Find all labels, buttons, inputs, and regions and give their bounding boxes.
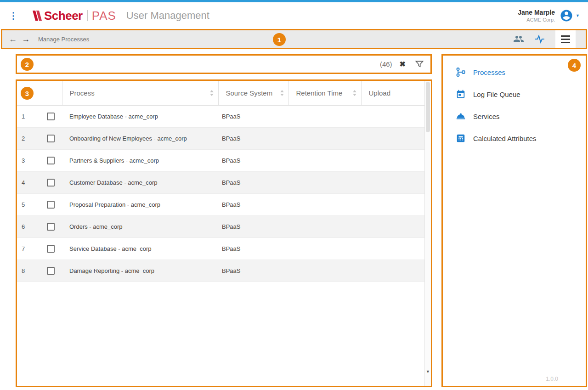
- column-label: Upload: [369, 89, 391, 97]
- row-number: 4: [22, 179, 25, 186]
- app-header: ⋮ Scheer PAS User Management Jane Marple…: [0, 2, 588, 29]
- upload-cell: [361, 237, 424, 260]
- process-cell: Orders - acme_corp: [62, 215, 218, 237]
- sidebar-item-log-file-queue[interactable]: Log File Queue: [443, 83, 586, 105]
- retention-time-cell: [288, 215, 361, 237]
- row-checkbox[interactable]: [47, 135, 55, 142]
- scheer-logo-mark-icon: [32, 10, 42, 22]
- table-row[interactable]: 2 Onboarding of New Employees - acme_cor…: [17, 127, 424, 149]
- row-number: 8: [22, 267, 25, 274]
- scroll-down-arrow-icon[interactable]: ▼: [425, 369, 431, 374]
- header-retention-time-column[interactable]: Retention Time: [288, 81, 361, 105]
- row-checkbox[interactable]: [47, 179, 55, 187]
- retention-time-cell: [288, 127, 361, 149]
- log-file-queue-icon: [456, 89, 466, 99]
- retention-time-cell: [288, 193, 361, 215]
- annotation-badge-1: 1: [273, 33, 286, 46]
- row-number: 2: [22, 135, 25, 142]
- row-checkbox[interactable]: [47, 201, 55, 209]
- user-menu-caret-icon[interactable]: ▼: [576, 13, 580, 18]
- table-row[interactable]: 5 Proposal Preparation - acme_corp BPaaS: [17, 193, 424, 215]
- process-cell: Damage Reporting - acme_corp: [62, 260, 218, 282]
- upload-cell: [361, 127, 424, 149]
- page: ⋮ Scheer PAS User Management Jane Marple…: [0, 0, 588, 390]
- sort-icon[interactable]: [210, 90, 214, 96]
- header-process-column[interactable]: Process: [62, 81, 218, 105]
- table-scrollbar[interactable]: ▼: [424, 81, 431, 386]
- upload-cell: [361, 215, 424, 237]
- column-label: Process: [70, 89, 95, 97]
- brand-divider: [87, 10, 88, 21]
- upload-cell: [361, 193, 424, 215]
- source-system-cell: BPaaS: [218, 193, 288, 215]
- scrollbar-thumb[interactable]: [426, 82, 430, 132]
- menu-dots-icon[interactable]: ⋮: [9, 13, 18, 18]
- row-number: 3: [22, 157, 25, 164]
- back-arrow-icon[interactable]: ←: [9, 35, 17, 43]
- annotation-badge-4: 4: [568, 59, 581, 72]
- upload-cell: [361, 149, 424, 171]
- source-system-cell: BPaaS: [218, 105, 288, 127]
- sort-icon[interactable]: [353, 90, 356, 96]
- sidebar-item-services[interactable]: Services: [443, 105, 586, 127]
- clear-filter-icon[interactable]: ✖: [400, 61, 406, 68]
- users-group-icon[interactable]: [513, 34, 524, 45]
- sidebar-item-processes[interactable]: Processes: [443, 61, 586, 83]
- annotation-badge-3: 3: [21, 87, 34, 100]
- retention-time-cell: [288, 149, 361, 171]
- retention-time-cell: [288, 171, 361, 193]
- row-checkbox[interactable]: [47, 245, 55, 253]
- column-label: Source System: [226, 89, 273, 97]
- filter-input[interactable]: [17, 56, 380, 73]
- process-table: Process Source System Retention Time: [17, 81, 424, 282]
- row-checkbox[interactable]: [47, 223, 55, 231]
- processes-icon: [456, 67, 466, 77]
- source-system-cell: BPaaS: [218, 260, 288, 282]
- page-title: User Management: [126, 10, 209, 22]
- table-row[interactable]: 1 Employee Database - acme_corp BPaaS: [17, 105, 424, 127]
- source-system-cell: BPaaS: [218, 171, 288, 193]
- sidebar-item-calculated-attributes[interactable]: Calculated Attributes: [443, 127, 586, 149]
- hamburger-menu-button[interactable]: [555, 30, 576, 48]
- process-cell: Service Database - acme_corp: [62, 237, 218, 260]
- process-table-panel: Process Source System Retention Time: [16, 79, 432, 387]
- table-row[interactable]: 4 Customer Database - acme_corp BPaaS: [17, 171, 424, 193]
- source-system-cell: BPaaS: [218, 237, 288, 260]
- process-cell: Customer Database - acme_corp: [62, 171, 218, 193]
- breadcrumb: Manage Processes: [38, 36, 89, 43]
- annotation-badge-2: 2: [21, 58, 34, 71]
- user-block: Jane Marple ACME Corp. ▼: [518, 9, 580, 23]
- calculated-attributes-icon: [456, 133, 466, 143]
- side-nav: Processes Log File Queue Services Calcul…: [443, 56, 586, 149]
- row-checkbox[interactable]: [47, 267, 55, 275]
- user-name: Jane Marple: [518, 9, 555, 16]
- retention-time-cell: [288, 105, 361, 127]
- row-checkbox[interactable]: [47, 113, 55, 120]
- result-count: (46): [380, 60, 392, 68]
- forward-arrow-icon[interactable]: →: [22, 35, 30, 43]
- process-cell: Proposal Preparation - acme_corp: [62, 193, 218, 215]
- table-row[interactable]: 7 Service Database - acme_corp BPaaS: [17, 237, 424, 260]
- sort-icon[interactable]: [280, 90, 284, 96]
- row-number: 7: [22, 245, 25, 252]
- table-row[interactable]: 3 Partners & Suppliers - acme_corp BPaaS: [17, 149, 424, 171]
- row-number: 6: [22, 223, 25, 230]
- activity-pulse-icon[interactable]: [534, 34, 545, 45]
- table-row[interactable]: 8 Damage Reporting - acme_corp BPaaS: [17, 260, 424, 282]
- table-row[interactable]: 6 Orders - acme_corp BPaaS: [17, 215, 424, 237]
- version-label: 1.0.0: [546, 376, 558, 382]
- sidebar-item-label: Calculated Attributes: [473, 135, 537, 142]
- header-source-system-column[interactable]: Source System: [218, 81, 288, 105]
- sidebar-item-label: Services: [473, 113, 500, 120]
- user-organization: ACME Corp.: [518, 17, 555, 23]
- filter-funnel-icon[interactable]: [415, 60, 424, 69]
- row-number: 5: [22, 201, 25, 208]
- process-table-body: 1 Employee Database - acme_corp BPaaS 2 …: [17, 105, 424, 282]
- row-number: 1: [22, 113, 25, 120]
- retention-time-cell: [288, 237, 361, 260]
- source-system-cell: BPaaS: [218, 215, 288, 237]
- row-checkbox[interactable]: [47, 157, 55, 164]
- upload-cell: [361, 260, 424, 282]
- user-avatar-icon[interactable]: [560, 9, 573, 23]
- brand-logo: Scheer PAS: [32, 9, 116, 23]
